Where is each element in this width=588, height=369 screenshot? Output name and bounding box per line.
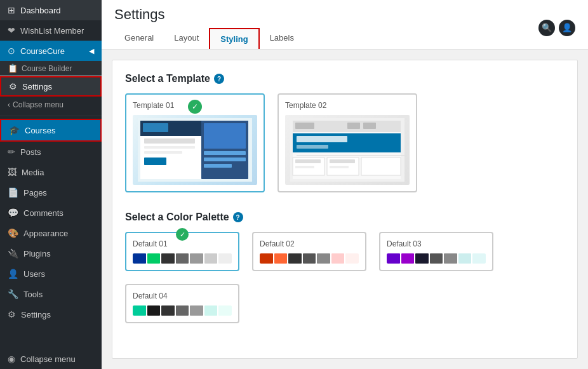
header-icons: 🔍 👤: [538, 20, 575, 36]
template-help-icon[interactable]: ?: [214, 74, 224, 84]
courses-label: Courses: [25, 126, 55, 135]
wishlist-icon: ❤: [8, 25, 15, 36]
svg-rect-29: [330, 159, 355, 163]
swatch: [147, 305, 161, 316]
sidebar-item-label: Dashboard: [20, 6, 61, 15]
user-button[interactable]: 👤: [559, 20, 575, 36]
posts-icon: ✏: [8, 147, 15, 157]
swatch: [133, 305, 146, 316]
palette-02-label: Default 02: [260, 239, 359, 248]
sidebar-item-label: Settings: [21, 310, 51, 319]
svg-rect-11: [144, 146, 195, 149]
palette-card-default02[interactable]: Default 02: [252, 232, 366, 271]
tab-layout[interactable]: Layout: [164, 28, 209, 49]
sidebar-item-label: Plugins: [23, 249, 51, 258]
sidebar-item-users[interactable]: 👤 Users: [0, 264, 102, 284]
sidebar-item-posts[interactable]: ✏ Posts: [0, 142, 102, 162]
settings-plugin-label: Settings: [22, 82, 52, 91]
palettes-row: ✓ Default 01: [125, 232, 565, 323]
swatch: [331, 253, 345, 264]
palette-card-default01[interactable]: ✓ Default 01: [125, 232, 239, 271]
sidebar-item-label: WishList Member: [20, 26, 84, 36]
svg-rect-19: [363, 123, 376, 129]
palette-card-default03[interactable]: Default 03: [379, 232, 493, 271]
swatch: [401, 253, 415, 264]
templates-row: ✓ Template 01: [125, 93, 565, 192]
svg-rect-18: [347, 123, 360, 129]
sidebar-item-plugins[interactable]: 🔌 Plugins: [0, 243, 102, 264]
users-icon: 👤: [8, 269, 18, 279]
sidebar-item-wishlist[interactable]: ❤ WishList Member: [0, 20, 102, 41]
coursecure-icon: ⊙: [8, 46, 15, 56]
sidebar-item-appearance[interactable]: 🎨 Appearance: [0, 223, 102, 243]
swatch: [133, 253, 146, 264]
palette-help-icon[interactable]: ?: [233, 212, 243, 222]
sidebar-item-label: Media: [22, 168, 44, 177]
swatch: [176, 253, 189, 264]
swatch: [204, 305, 218, 316]
plugin-breadcrumb-text: Course Builder: [22, 64, 72, 73]
svg-rect-21: [297, 136, 347, 142]
svg-rect-28: [295, 166, 314, 168]
swatch: [190, 305, 203, 316]
palette-04-swatches: [133, 305, 232, 316]
collapse-menu-button[interactable]: ‹ Collapse menu: [0, 97, 102, 113]
sidebar-item-label: Pages: [23, 188, 47, 198]
pages-icon: 📄: [8, 187, 18, 198]
sidebar-item-pages[interactable]: 📄 Pages: [0, 182, 102, 203]
sidebar-item-settings-plugin[interactable]: ⚙ Settings: [0, 76, 102, 97]
sidebar-item-coursecure[interactable]: ⊙ CourseCure ◀: [0, 41, 102, 61]
appearance-icon: 🎨: [8, 228, 18, 238]
palette-01-swatches: [133, 253, 232, 264]
sidebar-item-label: Appearance: [23, 229, 68, 238]
settings-cog-icon: ⚙: [9, 81, 17, 91]
svg-rect-27: [295, 159, 321, 163]
sidebar-item-label: Comments: [23, 208, 63, 218]
swatch: [415, 253, 429, 264]
svg-rect-23: [297, 155, 404, 156]
sidebar-item-media[interactable]: 🖼 Media: [0, 162, 102, 182]
sidebar-item-comments[interactable]: 💬 Comments: [0, 203, 102, 223]
sidebar-item-courses[interactable]: 🎓 Courses: [0, 119, 102, 142]
sidebar-item-settings[interactable]: ⚙ Settings: [0, 304, 102, 325]
swatch: [444, 253, 457, 264]
sidebar-divider: [0, 116, 102, 116]
swatch: [147, 253, 161, 264]
template-01-preview: [133, 115, 257, 185]
arrow-icon: ◀: [89, 47, 94, 55]
sidebar-collapse-label: Collapse menu: [20, 354, 76, 364]
sidebar: ⊞ Dashboard ❤ WishList Member ⊙ CourseCu…: [0, 0, 102, 369]
sidebar-item-tools[interactable]: 🔧 Tools: [0, 284, 102, 304]
sidebar-item-collapse[interactable]: ◉ Collapse menu: [0, 349, 102, 369]
palette-card-default04[interactable]: Default 04: [125, 284, 239, 323]
page-title: Settings: [114, 6, 538, 23]
swatch: [288, 253, 302, 264]
comments-icon: 💬: [8, 208, 18, 218]
swatch: [204, 253, 218, 264]
svg-rect-7: [204, 151, 246, 155]
search-button[interactable]: 🔍: [538, 20, 555, 36]
tab-styling[interactable]: Styling: [209, 28, 259, 49]
tab-general[interactable]: General: [114, 28, 164, 49]
svg-rect-30: [330, 166, 349, 168]
swatch: [260, 253, 273, 264]
sidebar-item-label: CourseCure: [20, 46, 65, 56]
svg-rect-22: [297, 145, 328, 149]
template-section: Select a Template ? ✓ Template 01: [125, 73, 565, 192]
palette-section: Select a Color Palette ? ✓ Default 01: [125, 211, 565, 323]
chevron-left-icon: ‹: [8, 100, 10, 109]
template-card-02[interactable]: Template 02: [277, 93, 417, 192]
user-icon: 👤: [562, 23, 572, 32]
sidebar-item-dashboard[interactable]: ⊞ Dashboard: [0, 0, 102, 20]
swatch: [387, 253, 400, 264]
dashboard-icon: ⊞: [8, 5, 15, 15]
settings-body: Select a Template ? ✓ Template 01: [112, 60, 578, 359]
swatch: [458, 253, 472, 264]
palette-02-swatches: [260, 253, 359, 264]
template-card-01[interactable]: ✓ Template 01: [125, 93, 265, 192]
tab-labels[interactable]: Labels: [260, 28, 304, 49]
svg-rect-13: [144, 158, 166, 165]
palette-01-label: Default 01: [133, 239, 232, 248]
palette-selected-checkmark: ✓: [176, 228, 189, 241]
swatch: [218, 253, 232, 264]
